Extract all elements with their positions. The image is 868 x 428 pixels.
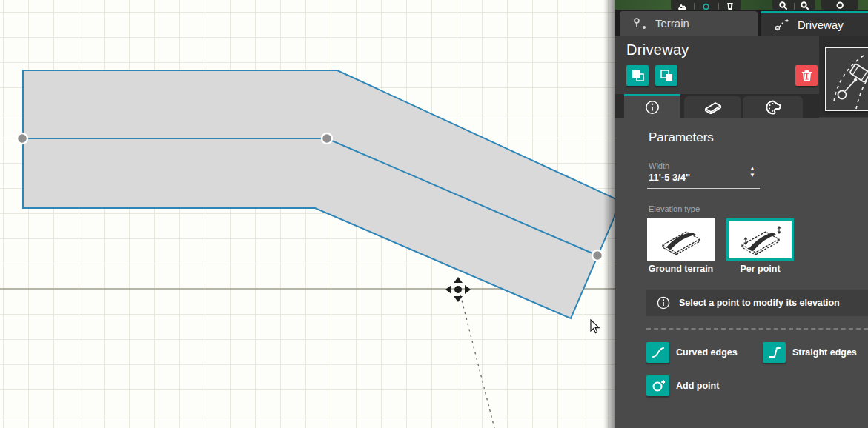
curved-edges-icon xyxy=(651,346,665,359)
info-icon xyxy=(645,100,660,115)
move-widget[interactable] xyxy=(445,277,471,302)
copy-button[interactable] xyxy=(626,65,649,86)
palette-icon xyxy=(765,100,781,115)
design-canvas[interactable] xyxy=(0,0,615,428)
per-point-icon xyxy=(737,224,784,255)
driveway-thumbnail[interactable] xyxy=(825,47,868,111)
zoom-in-icon[interactable] xyxy=(779,1,787,10)
tab-driveway-label: Driveway xyxy=(798,19,844,31)
driveway-shape[interactable] xyxy=(23,70,615,318)
width-stepper[interactable]: ▲▼ xyxy=(749,166,755,178)
driveway-road-icon xyxy=(774,18,790,31)
hint-info-icon xyxy=(657,296,670,310)
guide-dashed-line xyxy=(460,295,494,428)
zoom-out-icon[interactable] xyxy=(801,1,809,10)
toolbar-group-view xyxy=(821,0,858,10)
terrain-waypoints-icon xyxy=(633,17,648,30)
toolbar-group-scene xyxy=(671,0,741,10)
add-point-icon xyxy=(651,378,665,393)
elevation-hint-bar: Select a point to modify its elevation xyxy=(646,290,868,316)
mouse-cursor xyxy=(590,319,601,335)
inner-tab-strip xyxy=(615,94,819,118)
elevation-type-label: Elevation type xyxy=(649,204,700,213)
copy-icon xyxy=(631,69,644,82)
tab-info[interactable] xyxy=(624,94,680,118)
dashed-divider xyxy=(646,328,868,330)
panel-title: Driveway xyxy=(626,41,689,58)
add-point-button[interactable] xyxy=(646,375,669,396)
parameters-panel: Parameters Width 11'-5 3/4" ▲▼ Elevation… xyxy=(615,118,868,428)
shape-handle[interactable] xyxy=(17,133,27,144)
shape-handle[interactable] xyxy=(322,133,332,144)
shape-handle[interactable] xyxy=(592,250,603,261)
gear-icon[interactable] xyxy=(702,2,710,10)
image-icon[interactable] xyxy=(678,2,686,10)
straight-edges-label: Straight edges xyxy=(792,347,857,358)
hint-text: Select a point to modify its elevation xyxy=(679,298,840,308)
tab-materials[interactable] xyxy=(684,96,741,118)
tab-colors[interactable] xyxy=(743,96,803,118)
stepper-up-icon: ▲ xyxy=(749,166,755,172)
parameters-heading: Parameters xyxy=(649,130,714,145)
duplicate-button[interactable] xyxy=(655,65,677,86)
top-toolbar xyxy=(615,0,868,10)
stepper-down-icon: ▼ xyxy=(749,173,755,178)
canvas-overlay xyxy=(0,0,615,428)
curved-edges-button[interactable] xyxy=(646,342,669,363)
duplicate-icon xyxy=(660,69,673,82)
elevation-option-ground-terrain[interactable] xyxy=(647,218,715,261)
curved-edges-label: Curved edges xyxy=(676,347,738,358)
ground-terrain-label: Ground terrain xyxy=(647,264,715,274)
width-input-underline xyxy=(647,188,760,189)
right-panel: Terrain Driveway Driveway xyxy=(615,0,868,428)
straight-edges-button[interactable] xyxy=(763,342,786,363)
panel-tab-row: Terrain Driveway xyxy=(615,10,868,36)
elevation-option-per-point[interactable] xyxy=(726,218,794,261)
tab-driveway[interactable]: Driveway xyxy=(761,11,868,36)
toolbar-group-zoom xyxy=(772,0,815,10)
refresh-icon[interactable] xyxy=(835,1,844,10)
tab-terrain-label: Terrain xyxy=(655,17,689,30)
delete-trash-icon xyxy=(801,70,812,81)
materials-icon xyxy=(703,101,723,114)
app-window: Terrain Driveway Driveway xyxy=(0,0,868,428)
straight-edges-icon xyxy=(767,346,781,359)
delete-button[interactable] xyxy=(795,65,818,86)
width-input[interactable]: 11'-5 3/4" xyxy=(649,172,690,183)
panel-shadow xyxy=(603,0,615,428)
add-point-label: Add point xyxy=(676,381,719,391)
trash-icon[interactable] xyxy=(726,2,734,10)
width-label: Width xyxy=(649,161,669,170)
per-point-label: Per point xyxy=(726,264,794,274)
ground-terrain-icon xyxy=(657,224,705,255)
tab-terrain[interactable]: Terrain xyxy=(620,11,758,36)
